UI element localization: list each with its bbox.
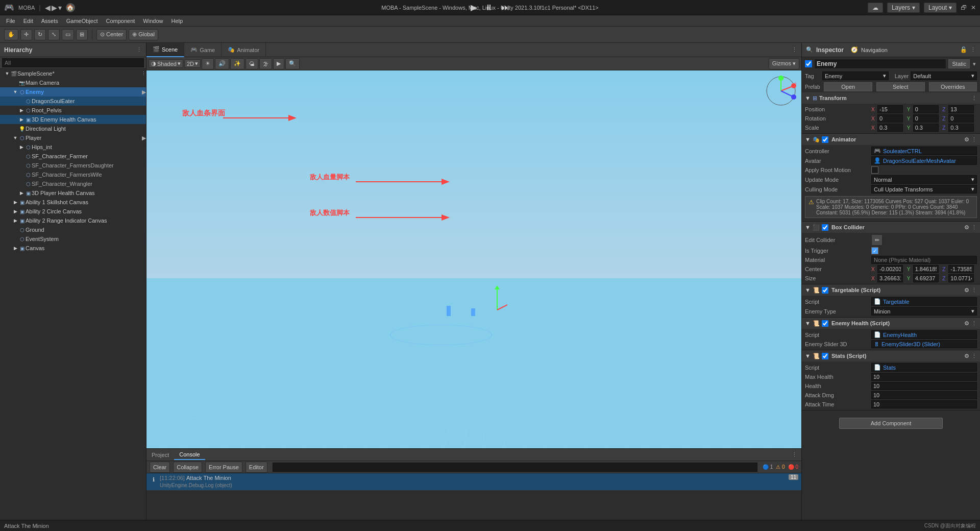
stats-enabled-checkbox[interactable] [822,353,828,359]
scene-audio-btn[interactable]: 🔊 [215,58,229,69]
targetable-enabled-checkbox[interactable] [822,287,828,294]
position-x-input[interactable] [877,105,903,113]
avatar-ref[interactable]: 👤 DragonSoulEaterMeshAvatar [871,156,977,165]
hierarchy-item-sfwrangler[interactable]: ▶ ⬡ SF_Character_Wrangler [0,179,146,188]
hierarchy-search-input[interactable] [2,58,144,67]
inspector-lock-btn[interactable]: 🔓 [960,46,967,53]
cloud-btn[interactable]: ☁ [868,3,883,13]
hierarchy-item-player[interactable]: ▼ ⬡ Player ▶ [0,133,146,142]
multi-tool[interactable]: ⊞ [76,29,88,40]
player-nav-btn[interactable]: ▶ [142,135,146,141]
rotation-y-input[interactable] [913,114,939,123]
center-z-input[interactable] [948,265,974,273]
hierarchy-item-enemy[interactable]: ▼ ⬡ Enemy ▶ [0,87,146,96]
hierarchy-item-dirlight[interactable]: ▶ 💡 Directional Light [0,124,146,133]
enemyhealth-enabled-checkbox[interactable] [822,320,828,327]
stats-settings-btn[interactable]: ⚙ [964,353,969,359]
hierarchy-item-ground[interactable]: ▶ ⬡ Ground [0,225,146,234]
maximize-btn[interactable]: 🗗 [961,4,967,11]
attack-dmg-input[interactable] [871,391,977,399]
global-toggle[interactable]: ⊕ Global [129,29,158,40]
scene-tabs-menu-btn[interactable]: ⋮ [788,46,801,53]
center-x-input[interactable] [877,265,903,273]
rotation-x-input[interactable] [877,114,903,123]
enemy-nav-btn[interactable]: ▶ [142,89,146,95]
transform-header[interactable]: ▼ ⊞ Transform ⋮ [802,92,980,104]
position-z-input[interactable] [948,105,974,113]
pause-button[interactable]: ⏸ [482,2,496,13]
move-tool[interactable]: ✛ [20,29,32,40]
shading-dropdown[interactable]: ◑ Shaded ▾ [149,59,183,68]
update-mode-dropdown[interactable]: Normal ▾ [871,175,977,184]
slider3d-ref[interactable]: 🎚 EnemySlider3D (Slider) [871,340,977,348]
boxcollider-menu-btn[interactable]: ⋮ [971,224,977,231]
hierarchy-item-samplescene[interactable]: ▼ 🎬 SampleScene* ⋮ [0,69,146,78]
hand-tool[interactable]: ✋ [4,29,18,40]
apply-root-motion-checkbox[interactable] [871,166,878,174]
targetable-script-ref[interactable]: 📄 Targetable [871,297,977,306]
targetable-settings-btn[interactable]: ⚙ [964,287,969,294]
rotate-tool[interactable]: ↻ [34,29,46,40]
gizmos-dropdown[interactable]: Gizmos ▾ [769,58,799,69]
health-input[interactable] [871,382,977,390]
object-name-input[interactable] [814,59,946,69]
home-btn[interactable]: 🏠 [66,3,75,12]
is-trigger-checkbox[interactable]: ✓ [871,247,878,254]
hierarchy-item-canvas[interactable]: ▶ ▣ Canvas [0,244,146,253]
scene-viewport[interactable]: X Y Z [146,70,801,448]
menu-file[interactable]: File [2,17,19,25]
inspector-menu-btn[interactable]: ⋮ [970,46,976,53]
step-button[interactable]: ⏭ [498,2,512,13]
prefab-overrides-btn[interactable]: Overrides [929,82,977,91]
perspective-dropdown[interactable]: 2D ▾ [184,59,201,68]
animator-header[interactable]: ▼ 🎭 Animator ⚙ ⋮ [802,134,980,145]
scene-anim-btn[interactable]: ▶ [273,58,284,69]
hierarchy-item-hipsint[interactable]: ▶ ⬡ Hips_int [0,142,146,152]
layers-dropdown[interactable]: Layers ▾ [887,3,920,13]
tab-project[interactable]: Project [146,450,174,460]
hierarchy-item-maincamera[interactable]: ▶ 📷 Main Camera [0,78,146,87]
animator-menu-btn[interactable]: ⋮ [971,136,977,143]
stats-script-ref[interactable]: 📄 Stats [871,363,977,372]
rect-tool[interactable]: ▭ [62,29,74,40]
console-clear-btn[interactable]: Clear [150,462,170,473]
prefab-open-btn[interactable]: Open [824,82,872,91]
tab-scene[interactable]: 🎬 Scene [146,43,184,57]
console-editor-btn[interactable]: Editor [246,462,267,473]
tab-game[interactable]: 🎮 Game [184,43,222,57]
hierarchy-item-eventsystem[interactable]: ▶ ⬡ EventSystem [0,234,146,244]
hierarchy-item-sffarmer[interactable]: ▶ ⬡ SF_Character_Farmer [0,152,146,161]
size-y-input[interactable] [913,274,939,282]
hierarchy-item-ability2circle[interactable]: ▶ ▣ Ability 2 Circle Canvas [0,207,146,216]
hierarchy-item-ability1[interactable]: ▶ ▣ Ability 1 Skillshot Canvas [0,198,146,207]
transform-menu[interactable]: ⋮ [971,95,977,102]
hierarchy-item-3dplayerhealth[interactable]: ▶ ▣ 3D Player Health Canvas [0,188,146,198]
console-menu-btn[interactable]: ⋮ [788,451,801,458]
hierarchy-item-rootpelvis[interactable]: ▶ ⬡ Root_Pelvis [0,106,146,115]
menu-help[interactable]: Help [167,17,187,25]
hierarchy-item-sffarmerswife[interactable]: ▶ ⬡ SF_Character_FarmersWife [0,170,146,179]
menu-window[interactable]: Window [139,17,167,25]
tab-animator[interactable]: 🎭 Animator [222,43,266,57]
hierarchy-item-enemyhealthcanvas[interactable]: ▶ ▣ 3D Enemy Health Canvas [0,115,146,124]
enemyhealth-settings-btn[interactable]: ⚙ [964,320,969,327]
targetable-menu-btn[interactable]: ⋮ [971,287,977,294]
scale-z-input[interactable] [948,124,974,132]
menu-edit[interactable]: Edit [19,17,37,25]
tab-console[interactable]: Console [174,450,205,460]
scene-fog-btn[interactable]: 🌫 [259,58,272,69]
pivot-toggle[interactable]: ⊙ Center [96,29,127,40]
object-enabled-checkbox[interactable] [805,60,812,67]
scene-sky-btn[interactable]: 🌤 [246,58,258,69]
static-button[interactable]: Static [948,59,970,68]
scale-tool[interactable]: ⤡ [48,29,60,40]
max-health-input[interactable] [871,373,977,381]
animator-enabled-checkbox[interactable] [822,136,828,143]
boxcollider-header[interactable]: ▼ ⬛ Box Collider ⚙ ⋮ [802,222,980,233]
rotation-z-input[interactable] [948,114,974,123]
size-x-input[interactable] [877,274,903,282]
console-log-item-0[interactable]: ℹ [11:22:06] Attack The Minion UnityEngi… [146,473,801,491]
size-z-input[interactable] [948,274,974,282]
menu-gameobject[interactable]: GameObject [62,17,102,25]
hierarchy-item-sffarmersdaughter[interactable]: ▶ ⬡ SF_Character_FarmersDaughter [0,161,146,170]
